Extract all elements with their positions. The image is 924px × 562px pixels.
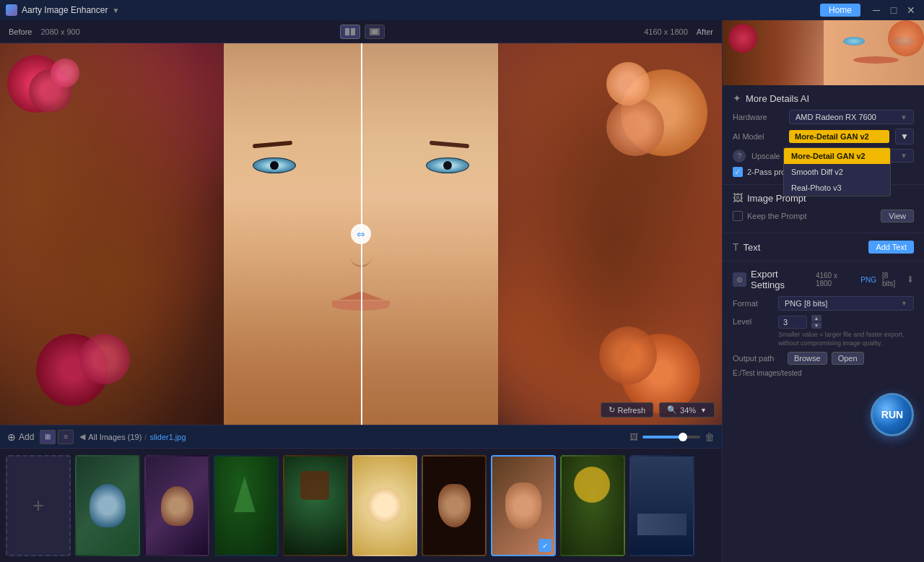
zoom-arrow-icon: ▼ [700, 407, 707, 414]
trash-icon[interactable]: 🗑 [705, 431, 715, 443]
flower-bottomleft [36, 298, 166, 406]
app-icon [6, 4, 17, 16]
flower-bottomright [556, 298, 700, 413]
output-path-display: E:/Test images/tested [733, 368, 914, 379]
flower-topleft [7, 55, 94, 142]
slider-thumb [679, 433, 687, 441]
after-resolution: 4160 x 1800 [644, 27, 688, 36]
level-input[interactable] [778, 316, 807, 329]
size-slider[interactable] [642, 436, 700, 438]
thumbnail-item[interactable] [422, 455, 487, 556]
split-icon [345, 28, 355, 35]
thumbnail-item[interactable] [144, 455, 209, 556]
filmstrip-right: 🖼 🗑 [629, 431, 715, 443]
keep-prompt-checkbox[interactable] [733, 211, 743, 221]
app-title: Aarty Image Enhancer [22, 5, 108, 15]
overlay-view-button[interactable] [365, 25, 385, 39]
image-toolbar: Before 2080 x 900 4160 x 1800 After [0, 20, 722, 43]
after-label: After [697, 27, 713, 36]
refresh-icon: ↻ [609, 405, 615, 415]
run-button-area: RUN [723, 386, 924, 444]
dropdown-arrow-icon[interactable]: ▼ [112, 7, 119, 14]
format-row: Format PNG [8 bits] ▼ [733, 296, 914, 311]
run-button[interactable]: RUN [871, 393, 914, 436]
section-header: ✦ More Details AI [733, 92, 914, 104]
add-button[interactable]: ⊕ Add [7, 431, 34, 443]
sparkle-icon: ✦ [733, 92, 741, 104]
image-prompt-icon: 🖼 [733, 192, 743, 204]
format-select[interactable]: PNG [8 bits] ▼ [778, 296, 914, 311]
thumbnail-item[interactable] [352, 455, 417, 556]
format-arrow-icon: ▼ [901, 300, 907, 307]
browse-button[interactable]: Browse [788, 352, 827, 365]
ai-model-dropdown: More-Detail GAN v2 Smooth Diff v2 Real-P… [783, 147, 891, 196]
level-row: Level ▲ ▼ Smaller value = larger file an… [733, 315, 914, 347]
upscale-arrow-icon: ▼ [900, 152, 907, 160]
help-icon[interactable]: ? [733, 150, 746, 163]
preview-flower-right [888, 20, 924, 56]
right-sidebar: ✦ More Details AI Hardware AMD Radeon RX… [722, 20, 924, 562]
minimize-button[interactable]: ─ [869, 3, 884, 17]
level-input-row: ▲ ▼ [778, 315, 914, 329]
grid-view-button[interactable]: ⊞ [40, 430, 56, 444]
thumbnails-container: + [0, 449, 722, 562]
plus-circle-icon: ⊕ [7, 431, 16, 443]
level-up-button[interactable]: ▲ [811, 315, 821, 321]
filmstrip-view-buttons: ⊞ ≡ [40, 430, 74, 444]
ai-model-row: AI Model More-Detail GAN v2 ▼ [733, 129, 914, 144]
before-label: Before [9, 27, 32, 36]
ai-model-arrow-button[interactable]: ▼ [895, 129, 914, 144]
selected-check-icon: ✓ [539, 539, 552, 552]
home-button[interactable]: Home [820, 4, 860, 17]
view-toggle-group [89, 25, 635, 39]
view-button[interactable]: View [881, 209, 914, 222]
image-icon: 🖼 [629, 432, 638, 442]
title-bar: Aarty Image Enhancer ▼ Home ─ □ ✕ [0, 0, 924, 20]
add-text-button[interactable]: Add Text [868, 241, 914, 254]
svg-rect-1 [351, 28, 355, 35]
open-button[interactable]: Open [832, 352, 864, 365]
flower-topright [563, 62, 707, 207]
refresh-button[interactable]: ↻ Refresh [601, 402, 654, 418]
text-icon: T [733, 241, 739, 253]
filmstrip-area: ⊕ Add ⊞ ≡ ◀ All Images (19) / slider1.jp… [0, 425, 722, 562]
text-section: T Text Add Text [723, 233, 924, 261]
two-pass-checkbox[interactable]: ✓ [733, 167, 743, 177]
thumbnail-item[interactable] [283, 455, 348, 556]
level-right: ▲ ▼ Smaller value = larger file and fast… [778, 315, 914, 347]
list-view-button[interactable]: ≡ [58, 430, 74, 444]
export-section: ⚙ Export Settings 4160 x 1800 PNG [8 bit… [723, 261, 924, 386]
portrait-eye-right [426, 157, 469, 173]
keep-prompt-row: Keep the Prompt View [733, 209, 914, 222]
more-details-section: ✦ More Details AI Hardware AMD Radeon RX… [723, 85, 924, 185]
export-header: ⚙ Export Settings 4160 x 1800 PNG [8 bit… [733, 269, 914, 290]
level-spinners: ▲ ▼ [811, 315, 821, 329]
level-down-button[interactable]: ▼ [811, 322, 821, 329]
thumbnail-item[interactable] [629, 455, 694, 556]
thumbnail-item-active[interactable]: ✓ [491, 455, 556, 556]
thumbnail-item[interactable] [75, 455, 140, 556]
dropdown-item-real-photo-v3[interactable]: Real-Photo v3 [784, 180, 890, 196]
add-icon: + [32, 494, 44, 517]
breadcrumb: ◀ All Images (19) / slider1.jpg [79, 432, 186, 441]
divider-handle[interactable]: ⇔ [351, 224, 371, 244]
export-collapse-icon[interactable]: ⬇ [907, 274, 914, 285]
ai-model-select[interactable]: More-Detail GAN v2 [789, 130, 889, 143]
close-button[interactable]: ✕ [904, 3, 918, 17]
thumbnail-item[interactable] [560, 455, 625, 556]
image-panel: Before 2080 x 900 4160 x 1800 After [0, 20, 722, 562]
main-layout: Before 2080 x 900 4160 x 1800 After [0, 20, 924, 562]
overlay-icon [370, 28, 380, 35]
thumbnail-item[interactable] [214, 455, 279, 556]
hardware-select[interactable]: AMD Radeon RX 7600 ▼ [789, 110, 914, 124]
dropdown-item-smooth-diff-v2[interactable]: Smooth Diff v2 [784, 164, 890, 180]
maximize-button[interactable]: □ [886, 3, 901, 17]
text-header: T Text Add Text [733, 241, 914, 254]
add-image-button[interactable]: + [6, 455, 71, 556]
compare-area: ⇔ ↻ Refresh 🔍 34% ▼ [0, 43, 722, 425]
title-bar-controls: Home ─ □ ✕ [820, 3, 918, 17]
image-viewer[interactable]: ⇔ ↻ Refresh 🔍 34% ▼ [0, 43, 722, 425]
back-arrow-icon[interactable]: ◀ [79, 432, 85, 441]
dropdown-item-more-detail-gan-v2[interactable]: More-Detail GAN v2 [784, 148, 890, 164]
split-view-button[interactable] [340, 25, 360, 39]
